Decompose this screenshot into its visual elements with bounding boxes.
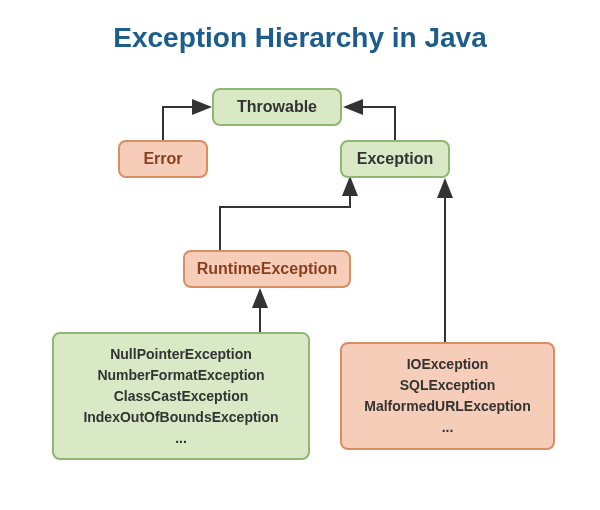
runtime-child-line: NullPointerException bbox=[110, 344, 252, 365]
page-title: Exception Hierarchy in Java bbox=[0, 0, 600, 54]
checked-child-line: SQLException bbox=[400, 375, 496, 396]
node-exception: Exception bbox=[340, 140, 450, 178]
node-runtime-exception: RuntimeException bbox=[183, 250, 351, 288]
runtime-child-line: IndexOutOfBoundsException bbox=[83, 407, 278, 428]
runtime-child-line: ClassCastException bbox=[114, 386, 249, 407]
diagram-canvas: Throwable Error Exception RuntimeExcepti… bbox=[0, 72, 600, 502]
node-checked-children: IOException SQLException MalformedURLExc… bbox=[340, 342, 555, 450]
checked-child-line: MalformedURLException bbox=[364, 396, 530, 417]
node-error: Error bbox=[118, 140, 208, 178]
checked-child-line: IOException bbox=[407, 354, 489, 375]
node-runtime-children: NullPointerException NumberFormatExcepti… bbox=[52, 332, 310, 460]
runtime-child-line: ... bbox=[175, 428, 187, 449]
runtime-child-line: NumberFormatException bbox=[97, 365, 264, 386]
node-throwable: Throwable bbox=[212, 88, 342, 126]
checked-child-line: ... bbox=[442, 417, 454, 438]
